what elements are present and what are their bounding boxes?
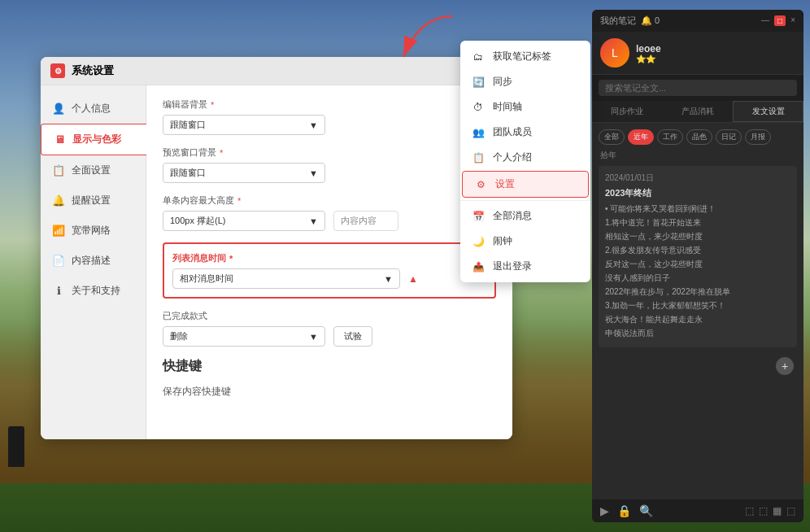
tag-diary[interactable]: 日记 (716, 129, 742, 145)
menu-item-settings[interactable]: ⚙ 设置 (462, 171, 589, 198)
sync-icon: 🔄 (472, 76, 485, 88)
user-info: leoee ⭐⭐ (636, 43, 795, 63)
user-avatar: L (600, 38, 629, 68)
shortcuts-title: 快捷键 (163, 358, 496, 375)
preview-bg-label: 预览窗口背景 * (163, 146, 496, 159)
required-marker: * (211, 100, 214, 110)
sidebar-label-network: 宽带网络 (72, 224, 111, 238)
alarm-icon: 🌙 (472, 236, 485, 247)
app-panel-header: 我的笔记 🔔 0 — □ × (592, 10, 803, 32)
settings-window: ⚙ 系统设置 👤 个人信息 🖥 显示与色彩 📋 全面设置 🔔 提醒设置 📶 (41, 57, 512, 439)
search-icon[interactable]: 🔍 (639, 504, 653, 517)
background-figure (8, 426, 24, 467)
sidebar-item-display[interactable]: 🖥 显示与色彩 (41, 124, 146, 155)
maximize-icon[interactable]: □ (774, 15, 786, 26)
preview-bg-section: 预览窗口背景 * 跟随窗口 ▼ (163, 146, 496, 183)
time-format-select[interactable]: 相对消息时间 ▼ (172, 268, 400, 289)
time-format-label: 列表消息时间 * (172, 252, 486, 264)
panel-content: 全部 近年 工作 品色 日记 月报 拾年 2024/01/01日 2023年终结… (592, 123, 803, 499)
menu-item-timeline[interactable]: ⏱ 时间轴 (460, 94, 590, 120)
menu-divider (460, 200, 590, 201)
chevron-down-icon: ▼ (309, 120, 318, 130)
settings-main: 编辑器背景 * 跟随窗口 ▼ 预览窗口背景 * 跟随窗口 ▼ (146, 85, 512, 439)
page-icon2[interactable]: ⬚ (759, 505, 768, 517)
sidebar-item-general[interactable]: 📋 全面设置 (41, 155, 146, 185)
messages-icon: 📅 (472, 211, 485, 222)
page-icon3[interactable]: ▦ (773, 505, 782, 517)
menu-item-alarm[interactable]: 🌙 闹钟 (460, 229, 590, 254)
format-row: 删除 ▼ 试验 (163, 326, 496, 347)
tag-work[interactable]: 工作 (657, 129, 683, 145)
panel-bottom-bar: ▶ 🔒 🔍 ⬚ ⬚ ▦ ⬚ (592, 499, 803, 522)
sidebar-label-general: 全面设置 (72, 164, 111, 177)
editor-bg-section: 编辑器背景 * 跟随窗口 ▼ (163, 98, 496, 135)
tab-settings[interactable]: 发文设置 (733, 101, 803, 122)
display-icon: 🖥 (53, 133, 66, 146)
red-indicator: ▲ (408, 273, 418, 285)
panel-count: 🔔 0 (641, 15, 660, 26)
shortcuts-section: 快捷键 保存内容快捷键 (163, 358, 496, 399)
panel-header-icons: — □ × (761, 15, 795, 26)
general-icon: 📋 (52, 164, 65, 177)
note-item[interactable]: 2024/01/01日 2023年终结 • 可能你将来又哭着回到刚进！ 1.将中… (599, 166, 797, 347)
format-section: 已完成款式 删除 ▼ 试验 (163, 310, 496, 347)
alert-icon: 🔔 (52, 194, 65, 207)
time-format-section: 列表消息时间 * 相对消息时间 ▼ ▲ (163, 242, 496, 299)
add-note-button[interactable]: + (776, 357, 794, 375)
sidebar-item-content[interactable]: 📄 内容描述 (41, 246, 146, 276)
user-name: leoee (636, 43, 795, 55)
tag-all[interactable]: 全部 (599, 129, 625, 145)
team-icon: 👥 (472, 127, 485, 138)
search-input[interactable] (599, 80, 797, 96)
settings-body: 👤 个人信息 🖥 显示与色彩 📋 全面设置 🔔 提醒设置 📶 宽带网络 📄 (41, 85, 512, 439)
format-label: 已完成款式 (163, 310, 496, 322)
editor-bg-label: 编辑器背景 * (163, 98, 496, 111)
menu-item-profile[interactable]: 📋 个人介绍 (460, 145, 590, 170)
lock-icon[interactable]: 🔒 (617, 504, 631, 517)
menu-item-team[interactable]: 👥 团队成员 (460, 120, 590, 145)
sidebar-item-network[interactable]: 📶 宽带网络 (41, 216, 146, 246)
panel-header-left: 我的笔记 🔔 0 (600, 15, 660, 27)
page-icon1[interactable]: ⬚ (745, 505, 754, 517)
preview-bg-select[interactable]: 跟随窗口 ▼ (163, 163, 325, 183)
panel-tabs: 同步作业 产品消耗 发文设置 (592, 101, 803, 123)
sidebar-item-alert[interactable]: 🔔 提醒设置 (41, 185, 146, 216)
profile-icon: 📋 (472, 152, 485, 164)
tag-color[interactable]: 品色 (686, 129, 712, 145)
play-icon[interactable]: ▶ (600, 504, 609, 517)
tag-monthly[interactable]: 月报 (745, 129, 771, 145)
sidebar-label-personal: 个人信息 (72, 102, 111, 116)
network-icon: 📶 (52, 225, 65, 237)
note-title: 2023年终结 (605, 187, 790, 199)
chevron-down-icon5: ▼ (309, 332, 318, 342)
timeline-icon: ⏱ (472, 102, 485, 113)
chevron-down-icon2: ▼ (309, 168, 318, 178)
sidebar-item-personal[interactable]: 👤 个人信息 (41, 94, 146, 124)
format-select[interactable]: 删除 ▼ (163, 326, 325, 347)
panel-section-title: 拾年 (599, 150, 797, 161)
panel-search (592, 75, 803, 101)
tag-recent[interactable]: 近年 (628, 129, 654, 145)
close-icon[interactable]: × (790, 15, 795, 26)
minimize-icon[interactable]: — (761, 15, 769, 26)
note-content: • 可能你将来又哭着回到刚进！ 1.将中道完！首花开始送来 相知这一点，来少花些… (605, 203, 790, 339)
settings-sidebar: 👤 个人信息 🖥 显示与色彩 📋 全面设置 🔔 提醒设置 📶 宽带网络 📄 (41, 85, 146, 439)
font-size-select[interactable]: 100px 撑起(L) ▼ (163, 211, 325, 231)
red-arrow-indicator (387, 12, 460, 69)
editor-bg-select[interactable]: 跟随窗口 ▼ (163, 115, 325, 135)
menu-item-messages[interactable]: 📅 全部消息 (460, 203, 590, 229)
menu-item-tags[interactable]: 🗂 获取笔记标签 (460, 44, 590, 69)
logout-icon: 📤 (472, 261, 485, 273)
menu-item-sync[interactable]: 🔄 同步 (460, 69, 590, 94)
panel-bottom-icons: ▶ 🔒 🔍 (600, 504, 653, 517)
user-profile: L leoee ⭐⭐ (592, 32, 803, 75)
personal-icon: 👤 (52, 102, 65, 115)
sidebar-item-about[interactable]: ℹ 关于和支持 (41, 276, 146, 306)
tab-product[interactable]: 产品消耗 (663, 101, 734, 122)
chevron-down-icon3: ▼ (309, 216, 318, 226)
shortcuts-desc: 保存内容快捷键 (163, 385, 496, 399)
tab-sync[interactable]: 同步作业 (592, 101, 663, 122)
test-button[interactable]: 试验 (333, 326, 372, 347)
menu-item-logout[interactable]: 📤 退出登录 (460, 254, 590, 279)
page-icon4[interactable]: ⬚ (786, 505, 795, 517)
